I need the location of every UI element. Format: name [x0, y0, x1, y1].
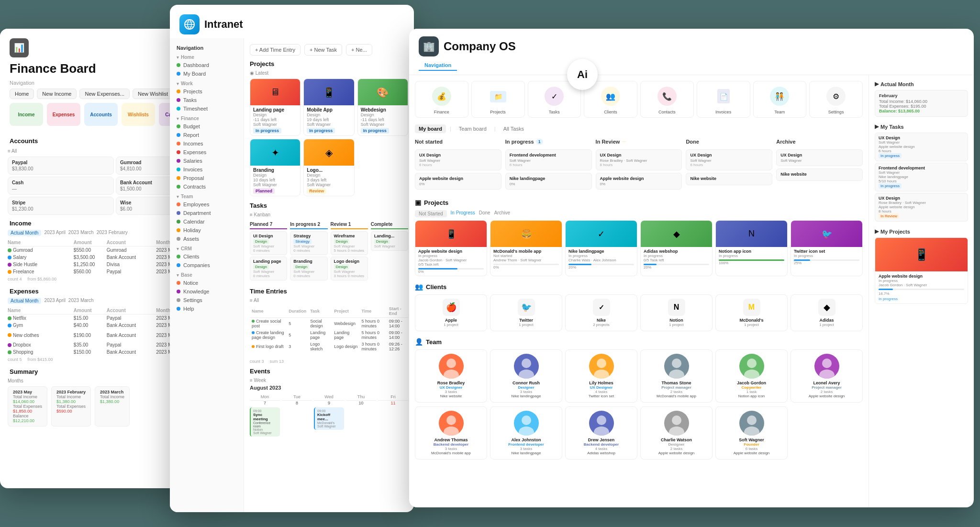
- product-projects[interactable]: 📁 Projects: [471, 81, 525, 118]
- finance-tab-accounts-colored[interactable]: Accounts: [84, 103, 118, 126]
- nav-item-companies[interactable]: Companies: [170, 261, 244, 269]
- team-andrew[interactable]: Andrew Thomas Backend developer 3 tasks …: [415, 406, 487, 460]
- new-other-button[interactable]: + Ne...: [346, 44, 372, 56]
- task-ui-design[interactable]: UI Design Design Soft Wagner 0 minutes: [250, 231, 287, 255]
- task-strategy[interactable]: Strategy Strategy Soft Wagner 0 minutes: [290, 231, 327, 255]
- product-settings[interactable]: ⚙ Settings: [809, 81, 863, 118]
- nav-item-salaries[interactable]: Salaries: [170, 157, 244, 165]
- rp-task-frontend[interactable]: Frontend development Soft Wagner Nike la…: [875, 163, 968, 191]
- nav-item-expenses[interactable]: Expenses: [170, 148, 244, 157]
- nav-item-settings[interactable]: Settings: [170, 296, 244, 304]
- nav-item-invoices[interactable]: Invoices: [170, 165, 244, 174]
- client-twitter[interactable]: 🐦 Twitter 1 project: [490, 294, 562, 331]
- kanban-task[interactable]: Nike landingpage 0%: [505, 173, 592, 190]
- task-wireframe[interactable]: Wireframe Design Soft Wagner 5 hours 0 m…: [331, 231, 368, 255]
- client-apple[interactable]: 🍎 Apple 1 project: [415, 294, 487, 331]
- add-time-entry-button[interactable]: + Add Time Entry: [250, 44, 301, 56]
- task-branding[interactable]: Branding Design Soft Wagner 0 minutes: [290, 257, 327, 280]
- finance-tab-home[interactable]: Home: [10, 89, 34, 99]
- nav-group-team[interactable]: Team: [170, 191, 244, 200]
- product-team[interactable]: 🧑‍🤝‍🧑 Team: [753, 81, 807, 118]
- cos-nav-tab-navigation[interactable]: Navigation: [419, 60, 457, 71]
- task-landing-complete[interactable]: Landing... Design Soft Wagner: [371, 231, 408, 251]
- client-notion[interactable]: N Notion 1 project: [640, 294, 713, 331]
- events-filter[interactable]: ≡ Week: [250, 378, 408, 383]
- product-invoices[interactable]: 📄 Invoices: [697, 81, 750, 118]
- cos-project-apple[interactable]: 📱 Apple website design In progress Jacob…: [415, 220, 487, 276]
- nav-item-myboard[interactable]: My Board: [170, 69, 244, 78]
- nav-item-incomes[interactable]: Incomes: [170, 139, 244, 148]
- kanban-task[interactable]: Frontend development Soft Wagner 6 hours: [505, 149, 592, 170]
- nav-item-department[interactable]: Department: [170, 209, 244, 217]
- nav-item-knowledge[interactable]: Knowledge: [170, 287, 244, 296]
- client-mcdonalds[interactable]: M McDonald's 1 project: [715, 294, 788, 331]
- nav-group-work[interactable]: Work: [170, 78, 244, 87]
- nav-item-dashboard[interactable]: Dashboard: [170, 61, 244, 69]
- cos-project-nike[interactable]: ✓ Nike landingpage In progress Charlie W…: [565, 220, 637, 276]
- project-logo[interactable]: ◈ Logo... Design 3 days left Soft Wagner…: [303, 139, 354, 196]
- team-lily[interactable]: Lily Holmes UX Designer 4 tasks Twitter …: [565, 349, 637, 403]
- board-tab-alltasks[interactable]: All Tasks: [500, 124, 528, 133]
- finance-tab-wishlists-colored[interactable]: Wishlists: [122, 103, 155, 126]
- board-tab-myboard[interactable]: My board: [415, 124, 446, 133]
- nav-item-clients[interactable]: Clients: [170, 252, 244, 261]
- time-row[interactable]: Create landing page design 5 Landing pag…: [250, 329, 408, 341]
- time-row[interactable]: Create social post 5 Social design Webde…: [250, 318, 408, 330]
- account-stripe[interactable]: Stripe $1,230.00: [8, 197, 114, 215]
- board-tab-teamboard[interactable]: Team board: [455, 124, 490, 133]
- project-branding[interactable]: ✦ Branding Design 10 days left Soft Wagn…: [250, 139, 301, 196]
- finance-tab-expenses[interactable]: New Expenses...: [79, 89, 130, 99]
- rp-task-ux2[interactable]: UX Design Rose Bradley · Soft Wagner App…: [875, 193, 968, 222]
- summary-month-feb[interactable]: 2023 February Total Income $1,380.00 Tot…: [51, 386, 91, 426]
- kanban-task[interactable]: UX Design Soft Wagner 6 hours: [415, 149, 501, 170]
- nav-item-projects[interactable]: Projects: [170, 87, 244, 96]
- task-logo-design[interactable]: Logo design Design Soft Wagner 3 hours 0…: [331, 257, 368, 280]
- team-thomas[interactable]: Thomas Stone Project manager 2 tasks McD…: [640, 349, 713, 403]
- summary-month-may[interactable]: 2023 May Total Income $14,060.00 Total E…: [8, 386, 47, 426]
- product-contacts[interactable]: 📞 Contacts: [640, 81, 694, 118]
- cos-project-notion[interactable]: N Notion app icon In progress 100%: [715, 220, 788, 276]
- nav-item-budget[interactable]: Budget: [170, 122, 244, 131]
- rp-month-february[interactable]: February Total Income: $14,060.00 Total …: [875, 90, 968, 117]
- nav-item-employees[interactable]: Employees: [170, 200, 244, 209]
- kanban-task[interactable]: Apple website design 0%: [596, 173, 682, 190]
- nav-group-finance[interactable]: Finance: [170, 113, 244, 122]
- nav-item-report[interactable]: Report: [170, 131, 244, 139]
- nav-group-home[interactable]: Home: [170, 52, 244, 61]
- team-drew[interactable]: Drew Jensen Backend developer 4 tasks Ad…: [565, 406, 637, 460]
- finance-tab-income[interactable]: New Income: [37, 89, 77, 99]
- team-leonel[interactable]: Leonel Avery Project manager 2 tasks App…: [791, 349, 863, 403]
- nav-item-calendar[interactable]: Calendar: [170, 217, 244, 226]
- time-row[interactable]: First logo draft 3 Logo sketch Logo desi…: [250, 341, 408, 352]
- nav-item-proposal[interactable]: Proposal: [170, 174, 244, 182]
- rp-task-ux[interactable]: UX Design Soft Wagner Apple website desi…: [875, 133, 968, 161]
- team-alex[interactable]: Alex Johnston Frontend developer 3 tasks…: [490, 406, 562, 460]
- nav-item-assets[interactable]: Assets: [170, 235, 244, 243]
- account-paypal[interactable]: Paypal $3,830.00: [8, 157, 114, 175]
- summary-month-mar[interactable]: 2023 March Total Income $1,380.00: [95, 386, 130, 426]
- finance-tab-income-colored[interactable]: Income: [10, 103, 43, 126]
- tasks-view[interactable]: ≡ Kanban: [250, 212, 408, 217]
- nav-item-tasks[interactable]: Tasks: [170, 96, 244, 104]
- team-rose[interactable]: Rose Bradley UX Designer 3 tasks Nike we…: [415, 349, 487, 403]
- nav-item-help[interactable]: Help: [170, 304, 244, 313]
- project-mobile-app[interactable]: 📱 Mobile App Design 19 days left Soft Wa…: [303, 78, 354, 136]
- time-filter[interactable]: ≡ All: [250, 298, 408, 303]
- team-jacob[interactable]: Jacob Gordon Copywriter 1 task Notion ap…: [715, 349, 788, 403]
- nav-item-contracts[interactable]: Contracts: [170, 182, 244, 191]
- kanban-task[interactable]: Nike website: [776, 168, 863, 181]
- team-soft[interactable]: Soft Wagner Founder 6 tasks Apple websit…: [715, 406, 788, 460]
- client-nike[interactable]: ✓ Nike 2 projects: [565, 294, 637, 331]
- finance-tab-wishlist[interactable]: New Wishlist: [133, 89, 173, 99]
- client-adidas[interactable]: ◆ Adidas 1 project: [791, 294, 863, 331]
- kanban-task[interactable]: UX Design Soft Wagner 6 hours: [686, 149, 772, 170]
- nav-group-base[interactable]: Base: [170, 269, 244, 279]
- project-webdesign[interactable]: 🎨 Webdesign Design -11 days left Soft Wa…: [357, 78, 408, 136]
- task-landing-page[interactable]: Landing page Design Soft Wagner 0 minute…: [250, 257, 287, 280]
- cos-project-mcdonalds[interactable]: 🍔 McDonald's mobile app Not started Andr…: [490, 220, 562, 276]
- nav-group-crm[interactable]: CRM: [170, 243, 244, 252]
- cos-project-twitter[interactable]: 🐦 Twitter icon set In progress 25%: [791, 220, 863, 276]
- event-kickoff[interactable]: 09:00 Kickoff mee... McDonald's Soft Wag…: [314, 407, 344, 430]
- finance-tab-expenses-colored[interactable]: Expenses: [47, 103, 80, 126]
- product-finance[interactable]: 💰 Finance: [415, 81, 468, 118]
